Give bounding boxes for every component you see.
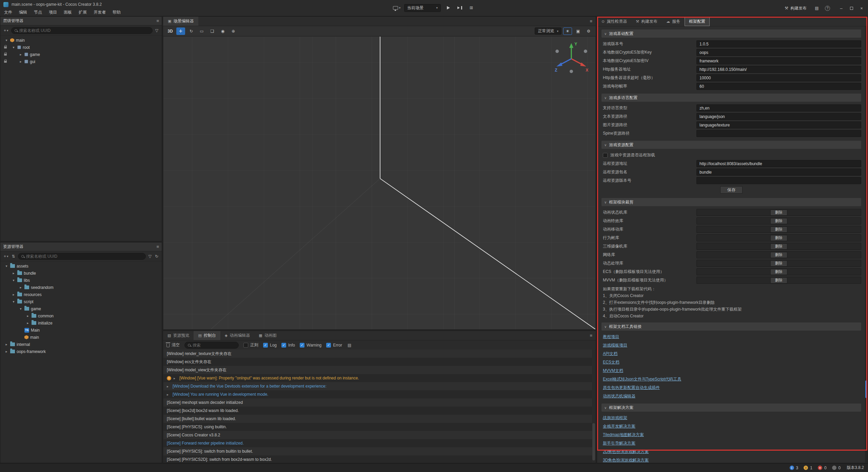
tree-item[interactable]: ▾root <box>0 44 162 51</box>
info-icon[interactable]: i <box>790 466 794 470</box>
save-button[interactable]: 保存 <box>720 186 743 194</box>
doc-link[interactable]: 2D角色扮演游戏解决方案 <box>601 448 861 456</box>
inspector-tab[interactable]: ⊙属性检查器 <box>597 17 631 26</box>
layout-button[interactable]: ⊞ <box>467 4 475 12</box>
expander-icon[interactable]: ▸ <box>167 393 170 396</box>
rotate-tool-button[interactable]: ↻ <box>187 27 196 35</box>
tree-expander-icon[interactable]: ▾ <box>12 278 16 282</box>
tree-expander-icon[interactable]: ▾ <box>4 264 8 268</box>
tree-expander-icon[interactable]: ▸ <box>19 60 23 63</box>
create-node-button[interactable]: +▾ <box>3 28 9 33</box>
tab-scene-editor[interactable]: ▣ 场景编辑器 <box>163 17 198 26</box>
tree-item[interactable]: ▾main <box>0 37 162 44</box>
scale-tool-button[interactable]: ❏ <box>208 27 217 35</box>
coordinate-toggle-button[interactable]: ⊕ <box>229 27 238 35</box>
panel-menu-icon[interactable]: ≡ <box>590 333 592 338</box>
console-search-input[interactable] <box>193 343 235 348</box>
move-tool-button[interactable]: ✛ <box>176 27 185 35</box>
tree-item[interactable]: ▸game <box>0 51 162 58</box>
axis-gizmo[interactable]: Y X Z <box>553 39 590 77</box>
delete-button[interactable]: 删除 <box>770 243 787 250</box>
sort-icon[interactable]: ⇅ <box>11 254 16 259</box>
console-filter-checkbox[interactable]: ✓Info <box>281 343 295 348</box>
console-tab[interactable]: ▦动画图 <box>254 331 281 340</box>
section-header-language[interactable]: ∨ 游戏多语言配置 <box>601 94 861 102</box>
tree-item[interactable]: ▾game <box>0 305 162 312</box>
property-input[interactable] <box>696 40 861 47</box>
changelog-icon[interactable]: ▤ <box>813 4 821 12</box>
log-row[interactable]: [Scene] meshopt wasm decoder initialized <box>163 398 595 407</box>
section-header-resource[interactable]: ∨ 游戏资源配置 <box>601 141 861 149</box>
tree-item[interactable]: ▸bundle <box>0 270 162 277</box>
inspector-tab[interactable]: ☁服务 <box>662 17 685 26</box>
inspector-tab[interactable]: 框架配置 <box>685 17 710 26</box>
delete-button[interactable]: 删除 <box>770 227 787 233</box>
log-row[interactable]: ▸[Window] You are running Vue in develop… <box>163 390 595 398</box>
menu-item[interactable]: 项目 <box>45 8 60 16</box>
hierarchy-search-box[interactable] <box>11 27 153 34</box>
menu-item[interactable]: 扩展 <box>75 8 90 16</box>
tree-item[interactable]: ▸internal <box>0 341 162 348</box>
tree-item[interactable]: ▸seedrandom <box>0 284 162 291</box>
clear-console-button[interactable]: 清空 <box>166 342 180 348</box>
console-search-box[interactable] <box>184 342 239 349</box>
property-input[interactable] <box>696 113 861 120</box>
console-filter-checkbox[interactable]: ✓Error <box>326 343 342 348</box>
log-row[interactable]: [Window] render_texture文件夹存在 <box>163 350 595 358</box>
assets-search-box[interactable] <box>18 253 146 260</box>
step-button[interactable] <box>456 4 464 12</box>
section-header-basic[interactable]: ∨ 游戏基础配置 <box>601 29 861 38</box>
tree-expander-icon[interactable]: ▸ <box>12 293 16 296</box>
tree-expander-icon[interactable]: ▸ <box>12 271 16 275</box>
expander-icon[interactable]: ▸ <box>167 385 170 388</box>
console-tab[interactable]: ▧资源预览 <box>163 331 194 340</box>
tree-expander-icon[interactable]: ▾ <box>12 45 16 49</box>
maximize-button[interactable] <box>847 4 856 12</box>
inspector-scrollbar[interactable] <box>865 26 868 463</box>
doc-link[interactable]: Excel格式转Json文件与TypeScript代码工具 <box>601 375 861 383</box>
doc-link[interactable]: 3D角色扮演游戏解决方案 <box>601 456 861 463</box>
log-row[interactable]: ▸[Window] Download the Vue Devtools exte… <box>163 382 595 390</box>
regex-checkbox[interactable]: 正则 <box>243 342 258 348</box>
create-asset-button[interactable]: +▾ <box>3 254 9 259</box>
warning-icon[interactable]: ! <box>804 466 808 470</box>
doc-link[interactable]: 战旗游戏框架 <box>601 414 861 422</box>
tree-expander-icon[interactable]: ▸ <box>26 314 30 318</box>
property-input[interactable] <box>696 130 861 137</box>
delete-button[interactable]: 删除 <box>770 235 787 241</box>
tree-expander-icon[interactable]: ▸ <box>4 350 8 353</box>
hierarchy-search-input[interactable] <box>19 28 149 33</box>
camera-icon[interactable]: ▣ <box>574 27 583 35</box>
log-row[interactable]: [Window] ecs文件夹存在 <box>163 358 595 366</box>
doc-link[interactable]: 全栈开发解决方案 <box>601 422 861 431</box>
property-input[interactable] <box>696 49 861 56</box>
log-row[interactable]: [Scene] Cocos Creator v3.8.2 <box>163 431 595 439</box>
property-input[interactable] <box>696 104 861 112</box>
y-axis-arrow[interactable] <box>569 43 573 48</box>
expander-icon[interactable]: ▸ <box>174 376 177 380</box>
doc-link[interactable]: ECS文档 <box>601 358 861 367</box>
console-filter-checkbox[interactable]: ✓Warning <box>300 343 321 348</box>
panel-menu-icon[interactable]: ≡ <box>156 18 159 23</box>
log-file-icon[interactable]: ▤ <box>347 343 352 348</box>
doc-link[interactable]: 原生包热更新配置自动生成插件 <box>601 383 861 392</box>
delete-button[interactable]: 删除 <box>770 260 787 267</box>
tree-item[interactable]: ▸common <box>0 312 162 319</box>
section-header-modules[interactable]: ∨ 框架模块裁剪 <box>601 198 861 206</box>
delete-button[interactable]: 删除 <box>770 252 787 258</box>
panel-menu-icon[interactable]: ≡ <box>156 244 159 249</box>
menu-item[interactable]: 面板 <box>60 8 75 16</box>
property-input[interactable] <box>696 177 861 184</box>
neg-x-axis-dot[interactable] <box>555 50 559 53</box>
doc-link[interactable]: 游戏模板项目 <box>601 341 861 350</box>
neg-z-axis-dot[interactable] <box>584 50 587 53</box>
message-icon[interactable] <box>832 466 836 470</box>
gear-icon[interactable]: ⚙ <box>584 27 593 35</box>
doc-link[interactable]: 新手引导解决方案 <box>601 439 861 448</box>
console-tab[interactable]: ▤控制台 <box>194 331 220 340</box>
menu-item[interactable]: 文件 <box>1 8 16 16</box>
mode-3d-button[interactable]: 3D <box>166 27 175 35</box>
light-toggle-icon[interactable]: ☀ <box>563 27 572 35</box>
property-input[interactable] <box>696 83 861 90</box>
property-input[interactable] <box>696 57 861 64</box>
